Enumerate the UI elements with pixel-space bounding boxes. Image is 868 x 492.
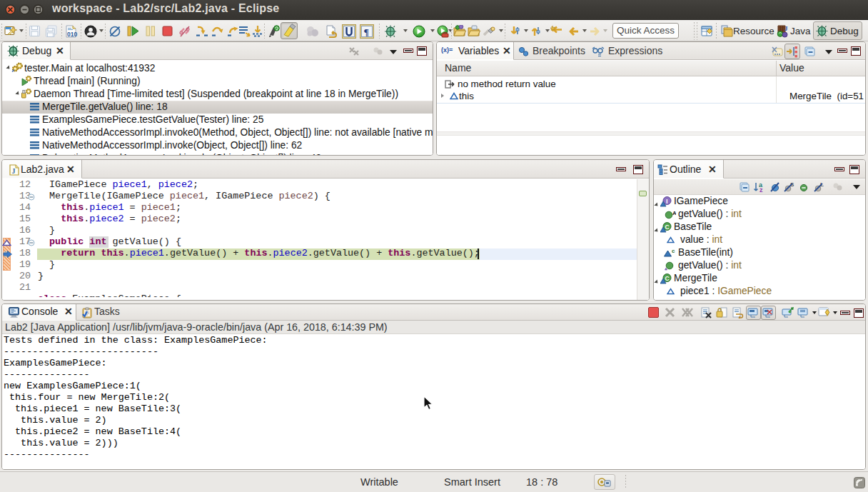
svg-text:I: I xyxy=(666,198,668,205)
svg-text:z: z xyxy=(760,186,763,193)
svg-text:c: c xyxy=(672,248,675,254)
svg-text:J: J xyxy=(11,167,15,175)
svg-text:010: 010 xyxy=(67,31,77,38)
svg-text:A: A xyxy=(672,210,676,216)
svg-text:J: J xyxy=(784,25,788,32)
svg-text:¶: ¶ xyxy=(364,26,369,37)
svg-text:C: C xyxy=(665,275,670,282)
svg-text:C: C xyxy=(665,224,670,231)
